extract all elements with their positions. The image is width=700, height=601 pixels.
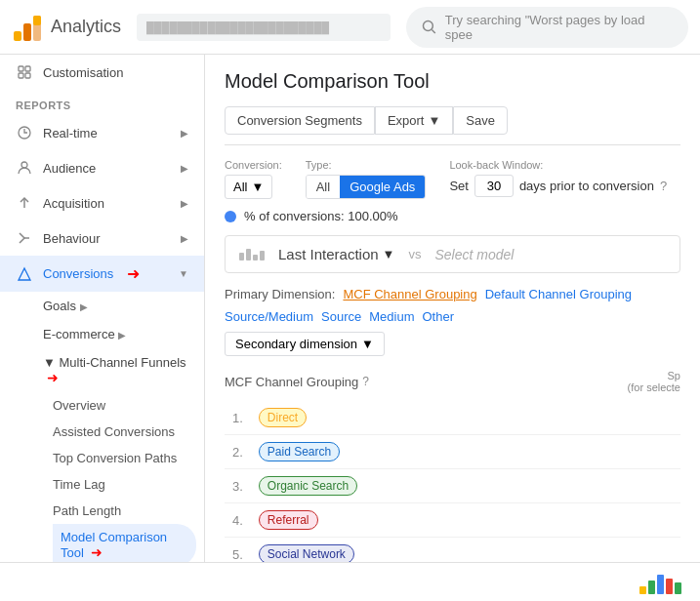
- audience-label: Audience: [43, 161, 96, 176]
- primary-dimension: Primary Dimension: MCF Channel Grouping …: [225, 287, 680, 324]
- sidebar-item-acquisition[interactable]: Acquisition ▶: [0, 185, 204, 220]
- realtime-label: Real-time: [43, 126, 98, 140]
- lookback-group: Look-back Window: Set days prior to conv…: [449, 159, 667, 197]
- save-button[interactable]: Save: [453, 106, 508, 135]
- mcf-expand-icon: ▼: [43, 355, 56, 370]
- type-all-button[interactable]: All: [307, 176, 340, 198]
- model-selector: Last Interaction ▼ vs Select model: [225, 235, 680, 273]
- percent-text: % of conversions: 100.00%: [244, 209, 398, 223]
- conversion-segments-button[interactable]: Conversion Segments: [225, 106, 375, 135]
- set-label: Set: [449, 179, 469, 193]
- audience-icon: [16, 159, 33, 177]
- svg-rect-8: [19, 73, 23, 78]
- app-logo: Analytics: [12, 12, 121, 43]
- col-header-label: MCF Channel Grouping: [225, 375, 358, 389]
- table-col-header-mcf: MCF Channel Grouping ?: [225, 375, 369, 389]
- row-num-4: 4.: [225, 503, 251, 538]
- row-num-1: 1.: [225, 401, 251, 435]
- customisation-label: Customisation: [43, 65, 123, 80]
- sidebar-sub-mcf[interactable]: ▼ Multi-Channel Funnels ➜: [43, 348, 204, 392]
- svg-rect-19: [639, 586, 646, 594]
- sidebar-sub2-overview[interactable]: Overview: [53, 392, 204, 419]
- goals-label: Goals: [43, 299, 76, 313]
- tag-organic-search[interactable]: Organic Search: [259, 476, 357, 496]
- svg-rect-22: [666, 579, 673, 594]
- lookback-help-icon: ?: [660, 179, 667, 193]
- conversion-all-label: All: [233, 180, 247, 194]
- dim-link-medium[interactable]: Medium: [369, 309, 414, 324]
- behaviour-arrow: ▶: [181, 233, 188, 244]
- sidebar-item-realtime[interactable]: Real-time ▶: [0, 115, 204, 150]
- dim-link-other[interactable]: Other: [423, 309, 455, 324]
- row-cell-1: Direct: [251, 401, 680, 435]
- svg-rect-3: [33, 16, 41, 25]
- global-search[interactable]: Try searching "Worst pages by load spee: [406, 7, 688, 48]
- bottom-bar: [0, 562, 700, 601]
- tag-direct[interactable]: Direct: [259, 408, 307, 427]
- main-layout: Customisation REPORTS Real-time ▶ Audien…: [0, 55, 700, 562]
- audience-arrow: ▶: [181, 163, 188, 174]
- svg-rect-20: [648, 581, 655, 594]
- behaviour-icon: [16, 229, 33, 247]
- model-tool-red-arrow: ➜: [91, 544, 103, 560]
- export-button[interactable]: Export ▼: [375, 106, 453, 135]
- type-label: Type:: [306, 159, 427, 171]
- account-selector[interactable]: ████████████████████████: [137, 14, 391, 41]
- overview-label: Overview: [53, 398, 105, 413]
- sidebar-sub2-path-length[interactable]: Path Length: [53, 498, 204, 524]
- row-cell-4: Referral: [251, 503, 680, 538]
- row-cell-5: Social Network: [251, 538, 680, 563]
- export-label: Export: [388, 113, 425, 128]
- secondary-dim-chevron-icon: ▼: [361, 337, 374, 351]
- secondary-dim-button[interactable]: Secondary dimension ▼: [225, 332, 385, 356]
- ecommerce-label: E-commerce: [43, 327, 115, 341]
- svg-rect-6: [19, 66, 23, 71]
- sidebar-sub-goals[interactable]: Goals ▶: [43, 292, 204, 320]
- svg-marker-14: [19, 268, 30, 280]
- conversion-all-select[interactable]: All ▼: [225, 175, 272, 199]
- tag-referral[interactable]: Referral: [259, 510, 318, 530]
- type-google-ads-button[interactable]: Google Ads: [340, 176, 425, 198]
- dim-link-source-medium[interactable]: Source/Medium: [225, 309, 313, 324]
- dim-link-default[interactable]: Default Channel Grouping: [485, 287, 632, 301]
- svg-rect-0: [14, 31, 21, 41]
- mcf-label: Multi-Channel Funnels: [60, 355, 186, 370]
- sidebar-sub2-model-tool[interactable]: Model Comparison Tool ➜: [53, 524, 196, 562]
- svg-rect-9: [25, 73, 30, 78]
- sidebar-sub2-top-paths[interactable]: Top Conversion Paths: [53, 445, 204, 471]
- sidebar-item-customisation[interactable]: Customisation: [0, 55, 204, 90]
- row-cell-2: Paid Search: [251, 435, 680, 469]
- tag-paid-search[interactable]: Paid Search: [259, 442, 340, 461]
- conversions-label: Conversions: [43, 266, 113, 281]
- sidebar-sub2-time-lag[interactable]: Time Lag: [53, 471, 204, 498]
- table-row: 1. Direct: [225, 401, 680, 435]
- sidebar-item-behaviour[interactable]: Behaviour ▶: [0, 220, 204, 256]
- mcf-sub-container: Overview Assisted Conversions Top Conver…: [0, 392, 204, 562]
- time-lag-label: Time Lag: [53, 477, 105, 492]
- toolbar: Conversion Segments Export ▼ Save: [225, 106, 680, 145]
- page-title: Model Comparison Tool: [225, 70, 680, 93]
- percent-row: % of conversions: 100.00%: [225, 209, 680, 223]
- lookback-days-input[interactable]: [474, 175, 514, 197]
- sidebar-sub-ecommerce[interactable]: E-commerce ▶: [43, 320, 204, 348]
- table-col-right: Sp(for selecte: [628, 370, 680, 393]
- svg-point-11: [21, 162, 27, 168]
- assisted-label: Assisted Conversions: [53, 424, 175, 439]
- export-chevron-icon: ▼: [428, 113, 440, 128]
- table-row: 4. Referral: [225, 503, 680, 538]
- dim-link-source[interactable]: Source: [321, 309, 361, 324]
- tag-social-network[interactable]: Social Network: [259, 544, 354, 562]
- goals-arrow: ▶: [80, 301, 88, 312]
- table-header: MCF Channel Grouping ? Sp(for selecte: [225, 370, 680, 393]
- row-num-5: 5.: [225, 538, 251, 563]
- mcf-red-arrow: ➜: [47, 370, 59, 385]
- select-model-placeholder[interactable]: Select model: [434, 247, 514, 262]
- dim-link-mcf[interactable]: MCF Channel Grouping: [343, 287, 476, 301]
- sidebar-item-conversions[interactable]: Conversions ➜ ▼: [0, 256, 204, 292]
- analytics-logo-icon: [12, 12, 43, 43]
- sidebar-sub2-assisted[interactable]: Assisted Conversions: [53, 419, 204, 445]
- svg-rect-21: [657, 575, 664, 594]
- model-name-dropdown[interactable]: Last Interaction ▼: [278, 246, 394, 262]
- row-num-2: 2.: [225, 435, 251, 469]
- sidebar-item-audience[interactable]: Audience ▶: [0, 150, 204, 185]
